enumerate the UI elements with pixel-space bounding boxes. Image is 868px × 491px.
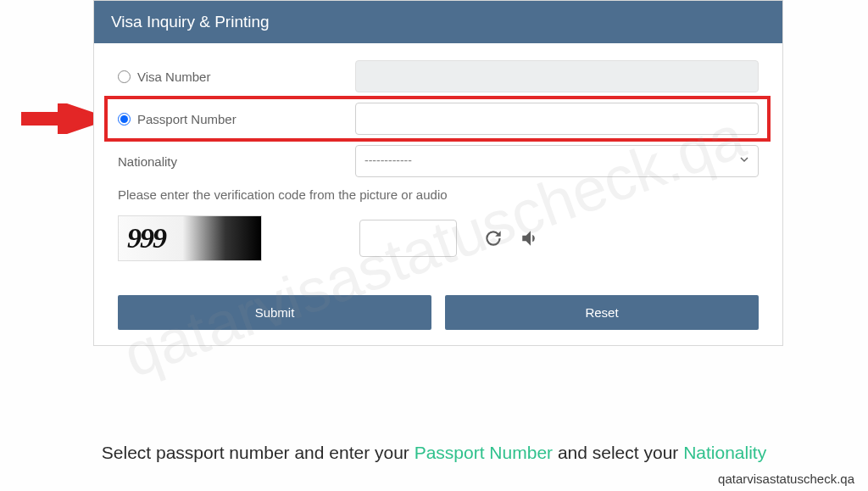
caption-highlight-nationality: Nationality — [683, 443, 766, 462]
visa-number-input-disabled — [355, 60, 759, 92]
passport-number-radio[interactable] — [118, 113, 131, 126]
reset-button[interactable]: Reset — [445, 295, 759, 330]
refresh-captcha-icon[interactable] — [482, 227, 504, 249]
passport-number-input[interactable] — [355, 103, 759, 135]
instruction-arrow — [21, 103, 93, 137]
passport-number-row: Passport Number — [118, 101, 759, 137]
footer-source: qatarvisastatuscheck.qa — [718, 471, 854, 486]
verification-instruction: Please enter the verification code from … — [118, 186, 759, 204]
button-row: Submit Reset — [118, 295, 759, 330]
captcha-image: 999 — [118, 215, 262, 261]
visa-number-radio[interactable] — [118, 70, 131, 83]
visa-number-row: Visa Number — [118, 59, 759, 94]
nationality-selected-value: ------------ — [364, 153, 412, 170]
nationality-select[interactable]: ------------ — [355, 145, 759, 177]
caption-highlight-passport: Passport Number — [415, 443, 553, 462]
caption-part2: and select your — [553, 443, 683, 462]
nationality-row: Nationality ------------ — [118, 143, 759, 179]
instruction-caption: Select passport number and enter your Pa… — [0, 439, 868, 466]
panel-body: Visa Number Passport Number Nationality … — [94, 43, 782, 345]
chevron-down-icon — [739, 153, 749, 170]
audio-captcha-icon[interactable] — [520, 227, 542, 249]
passport-number-label: Passport Number — [137, 110, 236, 128]
captcha-input[interactable] — [359, 220, 457, 257]
captcha-row: 999 — [118, 215, 759, 261]
submit-button[interactable]: Submit — [118, 295, 431, 330]
panel-title: Visa Inquiry & Printing — [94, 1, 782, 43]
visa-inquiry-panel: Visa Inquiry & Printing Visa Number Pass… — [93, 0, 783, 346]
visa-number-label: Visa Number — [137, 68, 210, 86]
svg-marker-1 — [21, 103, 93, 134]
caption-part1: Select passport number and enter your — [102, 443, 415, 462]
nationality-label: Nationality — [118, 153, 177, 170]
